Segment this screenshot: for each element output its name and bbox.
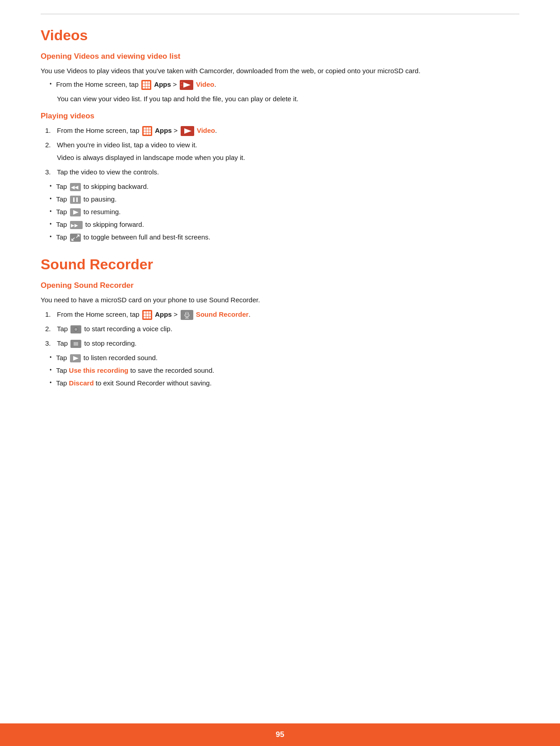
apps-icon bbox=[141, 80, 151, 90]
sound-bullet-listen: • Tap to listen recorded sound. bbox=[50, 352, 519, 363]
use-recording-link: Use this recording bbox=[69, 366, 129, 374]
videos-section-title: Videos bbox=[41, 27, 519, 44]
svg-rect-16 bbox=[146, 127, 149, 130]
play-icon bbox=[70, 208, 81, 216]
svg-rect-4 bbox=[143, 84, 145, 86]
svg-rect-23 bbox=[149, 133, 151, 135]
playing-videos-title: Playing videos bbox=[41, 112, 519, 121]
apps-label-2: Apps bbox=[155, 127, 172, 134]
sound-step-2: 2. Tap to start recording a voice clip. bbox=[45, 324, 519, 334]
svg-rect-3 bbox=[148, 81, 150, 84]
fastforward-icon: ▶▶ bbox=[70, 221, 83, 229]
sound-recorder-section: Sound Recorder Opening Sound Recorder Yo… bbox=[41, 256, 519, 389]
step-2-num: 2. bbox=[45, 140, 54, 150]
sound-recorder-title: Sound Recorder bbox=[41, 256, 519, 273]
svg-point-55 bbox=[75, 328, 77, 331]
bullet-dot-discard: • bbox=[50, 379, 51, 387]
sound-recorder-intro: You need to have a microSD card on your … bbox=[41, 295, 519, 305]
svg-rect-42 bbox=[144, 314, 146, 316]
control-rewind: • Tap ◀◀ to skipping backward. bbox=[50, 181, 519, 192]
control-pause: • Tap to pausing. bbox=[50, 194, 519, 205]
step-2-text: When you're in video list, tap a video t… bbox=[57, 140, 197, 150]
svg-rect-40 bbox=[146, 311, 149, 314]
sound-recorder-label: Sound Recorder bbox=[196, 310, 249, 318]
control-ffwd: • Tap ▶▶ to skipping forward. bbox=[50, 219, 519, 230]
svg-rect-20 bbox=[149, 130, 151, 132]
opening-videos-bullet: • From the Home screen, tap bbox=[50, 79, 519, 90]
bullet-dot-listen: • bbox=[50, 353, 51, 362]
sound-step-1-text: From the Home screen, tap Apps bbox=[57, 309, 251, 320]
svg-rect-19 bbox=[146, 130, 149, 132]
step-1-text: From the Home screen, tap Apps bbox=[57, 125, 217, 136]
svg-rect-13 bbox=[181, 84, 182, 86]
svg-rect-43 bbox=[146, 314, 149, 316]
svg-rect-15 bbox=[144, 127, 146, 130]
video-label-2: Video bbox=[197, 127, 215, 134]
svg-rect-18 bbox=[144, 130, 146, 132]
svg-rect-45 bbox=[144, 317, 146, 319]
bullet-dot-ffwd: • bbox=[50, 220, 51, 229]
control-play: • Tap to resuming. bbox=[50, 206, 519, 217]
discard-link: Discard bbox=[69, 379, 94, 387]
bullet-dot: • bbox=[50, 80, 51, 89]
bullet-dot-rewind: • bbox=[50, 182, 51, 191]
sound-recorder-icon bbox=[181, 310, 193, 320]
video-icon bbox=[180, 80, 193, 90]
fit-icon bbox=[70, 234, 81, 242]
svg-rect-12 bbox=[181, 82, 182, 83]
opening-videos-intro: You use Videos to play videos that you'v… bbox=[41, 66, 519, 76]
svg-text:◀◀: ◀◀ bbox=[71, 184, 79, 190]
svg-rect-7 bbox=[143, 87, 145, 89]
sound-bullet-save-text: Tap Use this recording to save the recor… bbox=[56, 365, 214, 376]
opening-sound-recorder-title: Opening Sound Recorder bbox=[41, 281, 519, 290]
svg-rect-21 bbox=[144, 133, 146, 135]
videos-section: Videos Opening Videos and viewing video … bbox=[41, 27, 519, 243]
step-3-text: Tap the video to view the controls. bbox=[57, 167, 159, 178]
opening-videos-sub-text: You can view your video list. If you tap… bbox=[57, 94, 519, 104]
sound-bullet-save: • Tap Use this recording to save the rec… bbox=[50, 365, 519, 376]
svg-rect-30 bbox=[76, 197, 78, 202]
control-fit: • Tap to toggle between full and best-fi… bbox=[50, 232, 519, 243]
playing-videos-subsection: Playing videos 1. From the Home screen, … bbox=[41, 112, 519, 243]
control-play-text: Tap to resuming. bbox=[56, 206, 121, 217]
record-icon bbox=[70, 325, 81, 333]
opening-videos-title: Opening Videos and viewing video list bbox=[41, 52, 519, 61]
pause-icon bbox=[70, 196, 81, 204]
page-number: 95 bbox=[276, 730, 285, 739]
svg-rect-41 bbox=[149, 311, 151, 314]
sound-bullet-listen-text: Tap to listen recorded sound. bbox=[56, 352, 158, 363]
playing-step-3: 3. Tap the video to view the controls. bbox=[45, 167, 519, 178]
sound-step-2-text: Tap to start recording a voice clip. bbox=[57, 324, 173, 334]
step-1-num: 1. bbox=[45, 125, 54, 136]
page-number-bar: 95 bbox=[0, 723, 560, 746]
svg-rect-50 bbox=[186, 312, 188, 315]
bullet-dot-pause: • bbox=[50, 195, 51, 203]
svg-rect-5 bbox=[145, 84, 148, 86]
playing-step-2: 2. When you're in video list, tap a vide… bbox=[45, 140, 519, 150]
control-pause-text: Tap to pausing. bbox=[56, 194, 117, 205]
opening-sound-recorder-subsection: Opening Sound Recorder You need to have … bbox=[41, 281, 519, 389]
svg-rect-44 bbox=[149, 314, 151, 316]
svg-rect-22 bbox=[146, 133, 149, 135]
step-2-line2: Video is always displayed in landscape m… bbox=[57, 152, 519, 163]
svg-text:▶▶: ▶▶ bbox=[71, 223, 78, 228]
playing-step-1: 1. From the Home screen, tap bbox=[45, 125, 519, 136]
svg-rect-39 bbox=[144, 311, 146, 314]
svg-rect-46 bbox=[146, 317, 149, 319]
sound-step-3-text: Tap to stop recording. bbox=[57, 338, 136, 349]
step-3-num: 3. bbox=[45, 167, 54, 178]
svg-rect-29 bbox=[73, 197, 75, 202]
svg-rect-6 bbox=[148, 84, 150, 86]
page-container: Videos Opening Videos and viewing video … bbox=[0, 0, 560, 746]
svg-rect-17 bbox=[149, 127, 151, 130]
apps-label-3: Apps bbox=[155, 310, 172, 318]
svg-rect-1 bbox=[143, 81, 145, 84]
control-rewind-text: Tap ◀◀ to skipping backward. bbox=[56, 181, 149, 192]
sound-step-2-num: 2. bbox=[45, 324, 54, 334]
svg-rect-47 bbox=[149, 317, 151, 319]
svg-rect-28 bbox=[70, 196, 81, 204]
stop-icon bbox=[70, 340, 81, 348]
apps-icon-3 bbox=[142, 310, 152, 320]
control-ffwd-text: Tap ▶▶ to skipping forward. bbox=[56, 219, 144, 230]
sound-step-1-num: 1. bbox=[45, 309, 54, 320]
